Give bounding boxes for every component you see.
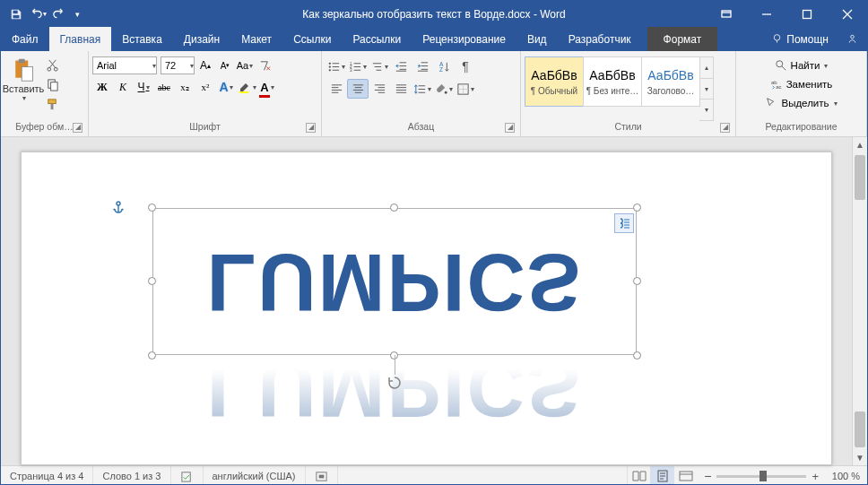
tab-home[interactable]: Главная bbox=[49, 27, 112, 51]
show-marks-icon[interactable]: ¶ bbox=[455, 56, 476, 76]
resize-handle-ne[interactable] bbox=[633, 204, 641, 212]
svg-point-26 bbox=[776, 61, 782, 67]
underline-button[interactable]: Ч▾ bbox=[134, 77, 153, 97]
clipboard-dialog-icon[interactable]: ◢ bbox=[73, 123, 82, 133]
change-case-icon[interactable]: Aa▾ bbox=[236, 56, 254, 74]
style-no-spacing[interactable]: АаБбВв ¶ Без инте… bbox=[583, 56, 642, 107]
sort-icon[interactable]: AZ bbox=[433, 56, 455, 76]
clear-format-icon[interactable] bbox=[256, 56, 273, 74]
multilevel-icon[interactable]: ▾ bbox=[369, 56, 390, 76]
numbering-icon[interactable]: 123▾ bbox=[347, 56, 369, 76]
paste-button[interactable]: Вставить ▾ bbox=[4, 54, 42, 121]
replace-button[interactable]: abacЗаменить bbox=[740, 75, 863, 93]
font-color-icon[interactable]: A▾ bbox=[257, 77, 277, 97]
scroll-thumb[interactable] bbox=[855, 155, 865, 200]
save-icon[interactable] bbox=[6, 4, 26, 24]
tab-layout[interactable]: Макет bbox=[230, 27, 282, 51]
tab-developer[interactable]: Разработчик bbox=[558, 27, 642, 51]
status-words[interactable]: Слово 1 из 3 bbox=[93, 466, 170, 485]
view-web-icon[interactable] bbox=[673, 466, 697, 486]
indent-inc-icon[interactable] bbox=[412, 56, 433, 76]
bold-button[interactable]: Ж bbox=[92, 77, 112, 97]
superscript-button[interactable]: x² bbox=[195, 77, 215, 97]
view-print-icon[interactable] bbox=[650, 466, 673, 486]
scroll-thumb[interactable] bbox=[855, 411, 865, 447]
style-normal[interactable]: АаБбВв ¶ Обычный bbox=[525, 56, 584, 107]
layout-options-icon[interactable] bbox=[614, 213, 634, 233]
tab-format[interactable]: Формат bbox=[647, 27, 718, 51]
borders-icon[interactable]: ▾ bbox=[455, 79, 476, 99]
zoom-slider[interactable] bbox=[716, 475, 806, 478]
styles-row-down-icon[interactable]: ▾ bbox=[699, 79, 713, 100]
justify-icon[interactable] bbox=[390, 79, 412, 99]
select-button[interactable]: Выделить▾ bbox=[740, 94, 863, 112]
resize-handle-n[interactable] bbox=[390, 204, 398, 212]
resize-handle-e[interactable] bbox=[633, 277, 641, 285]
align-center-icon[interactable] bbox=[347, 79, 369, 99]
subscript-button[interactable]: x₂ bbox=[175, 77, 195, 97]
text-effects-icon[interactable]: A▾ bbox=[216, 77, 236, 97]
resize-handle-se[interactable] bbox=[633, 351, 641, 359]
font-name-input[interactable]: Arial▾ bbox=[92, 56, 157, 74]
indent-dec-icon[interactable] bbox=[390, 56, 412, 76]
format-painter-icon[interactable] bbox=[42, 95, 62, 113]
zoom-in-icon[interactable]: + bbox=[812, 470, 819, 483]
resize-handle-sw[interactable] bbox=[148, 351, 156, 359]
tab-review[interactable]: Рецензирование bbox=[412, 27, 516, 51]
anchor-icon[interactable] bbox=[111, 201, 126, 219]
tab-file[interactable]: Файл bbox=[1, 27, 49, 51]
tab-mailings[interactable]: Рассылки bbox=[342, 27, 412, 51]
document-page[interactable]: LUMPICS LUMPICS bbox=[21, 152, 832, 465]
cut-icon[interactable] bbox=[42, 56, 62, 74]
zoom-out-icon[interactable]: − bbox=[704, 469, 711, 483]
ribbon-options-icon[interactable] bbox=[706, 1, 746, 27]
svg-rect-14 bbox=[50, 103, 53, 109]
highlight-icon[interactable]: ▾ bbox=[237, 77, 256, 97]
vertical-scrollbar[interactable]: ▲ ▼ bbox=[852, 137, 867, 465]
tab-insert[interactable]: Вставка bbox=[111, 27, 173, 51]
group-paragraph-label: Абзац bbox=[408, 121, 434, 132]
line-spacing-icon[interactable]: ▾ bbox=[412, 79, 433, 99]
zoom-thumb[interactable] bbox=[760, 471, 767, 481]
tell-me[interactable]: Помощн bbox=[762, 27, 838, 51]
rotate-handle-icon[interactable] bbox=[386, 375, 403, 391]
shading-icon[interactable]: ▾ bbox=[433, 79, 455, 99]
status-proofing-icon[interactable] bbox=[171, 466, 204, 485]
qat-customize-icon[interactable]: ▾ bbox=[71, 4, 83, 24]
align-left-icon[interactable] bbox=[326, 79, 347, 99]
font-dialog-icon[interactable]: ◢ bbox=[306, 123, 316, 133]
italic-button[interactable]: К bbox=[113, 77, 133, 97]
styles-expand-icon[interactable]: ▾ bbox=[699, 100, 713, 120]
copy-icon[interactable] bbox=[42, 75, 62, 93]
style-heading1[interactable]: АаБбВв Заголово… bbox=[641, 56, 700, 107]
styles-dialog-icon[interactable]: ◢ bbox=[720, 123, 730, 133]
scroll-up-icon[interactable]: ▲ bbox=[853, 137, 867, 152]
bullets-icon[interactable]: ▾ bbox=[326, 56, 347, 76]
strike-button[interactable]: abc bbox=[154, 77, 174, 97]
shrink-font-icon[interactable]: A▾ bbox=[216, 56, 234, 74]
grow-font-icon[interactable]: A▴ bbox=[196, 56, 214, 74]
close-icon[interactable] bbox=[827, 1, 867, 27]
undo-icon[interactable]: ▾ bbox=[28, 4, 48, 24]
font-size-input[interactable]: 72▾ bbox=[161, 56, 195, 74]
status-macro-icon[interactable] bbox=[306, 466, 338, 485]
resize-handle-nw[interactable] bbox=[148, 204, 156, 212]
tab-design[interactable]: Дизайн bbox=[173, 27, 230, 51]
status-language[interactable]: английский (США) bbox=[204, 466, 306, 485]
zoom-value[interactable]: 100 % bbox=[824, 471, 860, 481]
view-read-icon[interactable] bbox=[627, 466, 650, 486]
maximize-icon[interactable] bbox=[786, 1, 827, 27]
styles-row-up-icon[interactable]: ▴ bbox=[699, 57, 713, 79]
align-right-icon[interactable] bbox=[369, 79, 390, 99]
tab-references[interactable]: Ссылки bbox=[282, 27, 342, 51]
share-button[interactable] bbox=[838, 27, 867, 51]
resize-handle-w[interactable] bbox=[148, 277, 156, 285]
paragraph-dialog-icon[interactable]: ◢ bbox=[505, 123, 515, 133]
tab-view[interactable]: Вид bbox=[516, 27, 558, 51]
redo-icon[interactable] bbox=[49, 4, 69, 24]
scroll-down-icon[interactable]: ▼ bbox=[853, 450, 867, 465]
minimize-icon[interactable] bbox=[746, 1, 786, 27]
wordart-shape[interactable]: LUMPICS LUMPICS bbox=[152, 208, 637, 355]
find-button[interactable]: Найти▾ bbox=[740, 56, 863, 74]
status-page[interactable]: Страница 4 из 4 bbox=[1, 466, 93, 485]
